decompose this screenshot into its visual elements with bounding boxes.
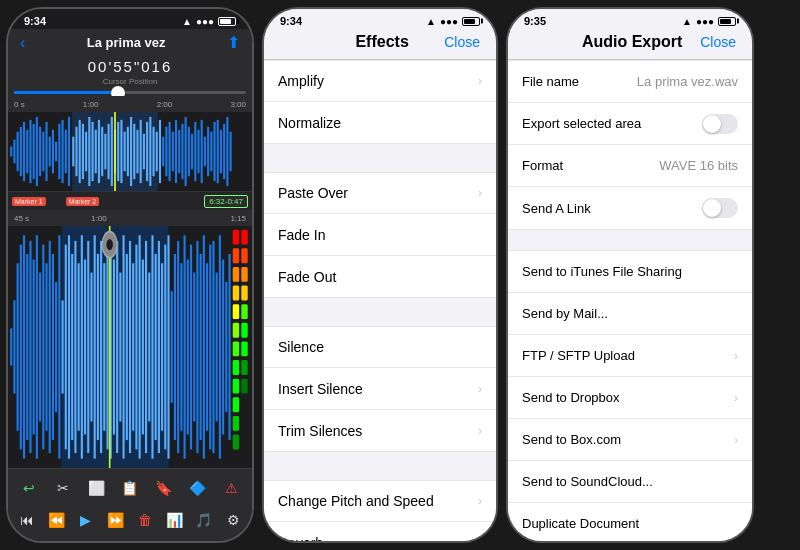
chevron-icon: › — [478, 494, 482, 508]
export-duplicate-row[interactable]: Duplicate Document — [508, 503, 752, 541]
effect-item-trim-silences[interactable]: Trim Silences › — [264, 410, 496, 452]
svg-rect-51 — [172, 132, 174, 172]
export-box-row[interactable]: Send to Box.com › — [508, 419, 752, 461]
effect-name: Amplify — [278, 73, 324, 89]
export-selected-row[interactable]: Export selected area — [508, 103, 752, 145]
bookmark-button[interactable]: 🔖 — [151, 475, 177, 501]
svg-rect-94 — [78, 263, 80, 431]
effect-item-fade-in[interactable]: Fade In — [264, 214, 496, 256]
svg-rect-85 — [49, 241, 51, 453]
svg-rect-107 — [119, 273, 121, 422]
svg-rect-161 — [241, 360, 247, 375]
export-dropbox-row[interactable]: Send to Dropbox › — [508, 377, 752, 419]
svg-rect-142 — [233, 230, 239, 245]
export-content: File name La prima vez.wav Export select… — [508, 60, 752, 541]
svg-rect-22 — [79, 120, 81, 183]
svg-rect-53 — [178, 130, 180, 173]
effect-name: Change Pitch and Speed — [278, 493, 434, 509]
export-soundcloud-row[interactable]: Send to SoundCloud... — [508, 461, 752, 503]
position-slider[interactable] — [14, 91, 246, 94]
svg-rect-38 — [130, 117, 132, 186]
effect-item-silence[interactable]: Silence — [264, 326, 496, 368]
battery-icon-2 — [462, 17, 480, 26]
svg-rect-66 — [220, 130, 222, 173]
delete-button[interactable]: 🗑 — [132, 507, 158, 533]
effect-item-fade-out[interactable]: Fade Out — [264, 256, 496, 298]
export-itunes-row[interactable]: Send to iTunes File Sharing — [508, 251, 752, 293]
play-button[interactable]: ▶ — [73, 507, 99, 533]
status-time-2: 9:34 — [280, 15, 302, 27]
svg-rect-34 — [117, 122, 119, 181]
toggle-knob — [703, 115, 721, 133]
file-name-label: File name — [522, 74, 579, 89]
svg-rect-127 — [184, 235, 186, 458]
export-selected-toggle[interactable] — [702, 114, 738, 134]
svg-rect-78 — [26, 254, 28, 440]
svg-rect-39 — [133, 124, 135, 179]
file-name-row[interactable]: File name La prima vez.wav — [508, 61, 752, 103]
rewind-button[interactable]: ⏪ — [43, 507, 69, 533]
fast-forward-button[interactable]: ⏩ — [102, 507, 128, 533]
svg-rect-20 — [72, 137, 74, 167]
svg-rect-29 — [101, 127, 103, 176]
undo-button[interactable]: ↩ — [16, 475, 42, 501]
svg-rect-156 — [241, 267, 247, 282]
effects-close-button[interactable]: Close — [444, 34, 480, 50]
skip-back-button[interactable]: ⏮ — [14, 507, 40, 533]
effects-section-2: Paste Over › Fade In Fade Out — [264, 172, 496, 298]
svg-rect-84 — [45, 263, 47, 431]
effect-button[interactable]: 🔷 — [184, 475, 210, 501]
svg-rect-118 — [155, 254, 157, 440]
svg-rect-146 — [233, 304, 239, 319]
chevron-icon: › — [478, 424, 482, 438]
alert-button[interactable]: ⚠ — [218, 475, 244, 501]
svg-rect-10 — [39, 127, 41, 176]
effect-item-paste-over[interactable]: Paste Over › — [264, 172, 496, 214]
back-button[interactable]: ‹ — [20, 34, 25, 52]
svg-rect-116 — [148, 273, 150, 422]
export-mail-row[interactable]: Send by Mail... — [508, 293, 752, 335]
effect-item-reverb[interactable]: Reverb › — [264, 522, 496, 541]
export-list-label: Send by Mail... — [522, 306, 608, 321]
share-button[interactable]: ⬆ — [227, 33, 240, 52]
toolbar-row-1: ↩ ✂ ⬜ 📋 🔖 🔷 ⚠ — [12, 475, 248, 501]
svg-rect-58 — [194, 122, 196, 181]
svg-rect-111 — [132, 263, 134, 431]
svg-rect-141 — [228, 254, 230, 440]
effect-item-change-pitch[interactable]: Change Pitch and Speed › — [264, 480, 496, 522]
svg-rect-93 — [74, 241, 76, 453]
svg-rect-140 — [225, 282, 227, 412]
format-row[interactable]: Format WAVE 16 bits — [508, 145, 752, 187]
export-ftp-row[interactable]: FTP / SFTP Upload › — [508, 335, 752, 377]
cut-button[interactable]: ✂ — [50, 475, 76, 501]
copy-button[interactable]: ⬜ — [83, 475, 109, 501]
send-link-row[interactable]: Send A Link — [508, 187, 752, 229]
ruler-mark: 0 s — [14, 100, 25, 109]
selection-badge: 6:32-0:47 — [204, 195, 248, 208]
send-link-toggle[interactable] — [702, 198, 738, 218]
effect-item-insert-silence[interactable]: Insert Silence › — [264, 368, 496, 410]
svg-rect-133 — [203, 235, 205, 458]
svg-rect-148 — [233, 341, 239, 356]
svg-rect-98 — [90, 273, 92, 422]
paste-button[interactable]: 📋 — [117, 475, 143, 501]
export-close-button[interactable]: Close — [700, 34, 736, 50]
svg-rect-102 — [103, 263, 105, 431]
svg-rect-125 — [177, 241, 179, 453]
svg-rect-55 — [185, 117, 187, 186]
waveform-button[interactable]: 📊 — [161, 507, 187, 533]
upper-waveform-track — [8, 112, 252, 192]
timeline-ruler-2: 45 s 1:00 1:15 — [8, 210, 252, 226]
svg-rect-150 — [233, 379, 239, 394]
music-button[interactable]: 🎵 — [191, 507, 217, 533]
effect-item-amplify[interactable]: Amplify › — [264, 60, 496, 102]
svg-rect-121 — [164, 245, 166, 450]
effect-name: Normalize — [278, 115, 341, 131]
svg-rect-147 — [233, 323, 239, 338]
export-settings-section: File name La prima vez.wav Export select… — [508, 60, 752, 230]
svg-rect-155 — [241, 248, 247, 263]
settings-button[interactable]: ⚙ — [220, 507, 246, 533]
effect-item-normalize[interactable]: Normalize — [264, 102, 496, 144]
svg-rect-16 — [58, 124, 60, 179]
svg-rect-154 — [241, 230, 247, 245]
